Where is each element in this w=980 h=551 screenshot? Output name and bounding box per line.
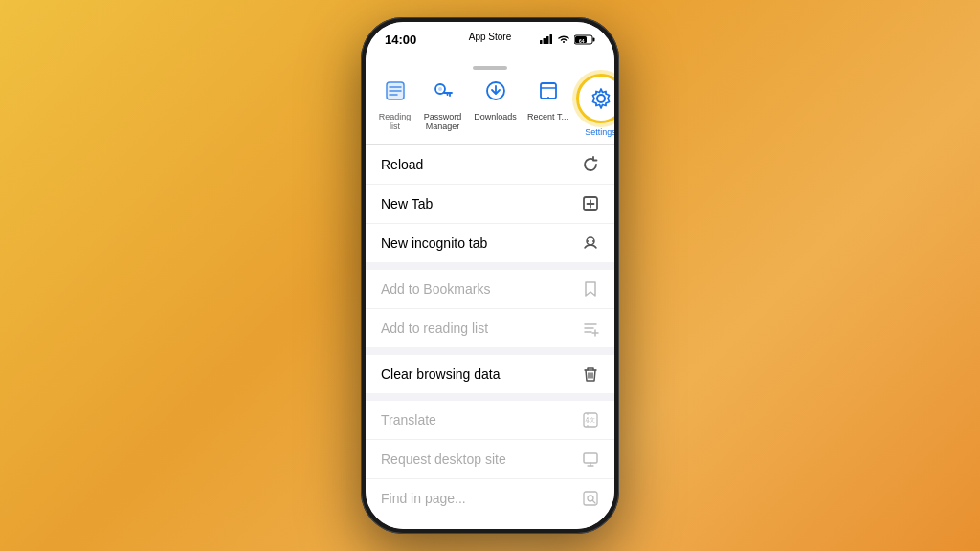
wifi-icon: [557, 34, 570, 44]
menu-list: Reload New Tab New incognito tab: [366, 145, 614, 529]
status-icons: 64: [540, 34, 595, 45]
svg-point-29: [592, 240, 594, 242]
new-tab-icon: [582, 195, 599, 212]
incognito-icon: [582, 234, 599, 252]
toolbar-label-settings: Settings: [585, 127, 614, 137]
reload-label: Reload: [381, 157, 423, 172]
toolbar-icon-downloads: [479, 74, 513, 108]
clear-browsing-data-label: Clear browsing data: [381, 366, 501, 382]
toolbar-item-settings[interactable]: Settings: [574, 70, 614, 141]
key-icon: [433, 80, 454, 101]
svg-rect-20: [541, 83, 556, 99]
desktop-icon: [582, 451, 599, 468]
trash-icon: [582, 365, 599, 383]
svg-rect-0: [540, 40, 543, 44]
bookmark-icon: [582, 280, 599, 298]
menu-item-find-in-page: Find in page...: [366, 479, 614, 518]
menu-section-4: Translate A 文 Request desktop site: [366, 401, 614, 529]
reading-list-icon: [385, 80, 406, 101]
phone-screen: 14:00 App Store 64: [366, 22, 614, 529]
divider-3: [366, 393, 614, 401]
toolbar-label-downloads: Downloads: [474, 112, 517, 121]
svg-line-47: [592, 500, 595, 503]
menu-item-new-tab[interactable]: New Tab: [366, 185, 614, 224]
download-icon: [485, 80, 506, 101]
find-in-page-label: Find in page...: [381, 491, 466, 506]
phone-frame: 14:00 App Store 64: [361, 17, 619, 534]
menu-item-add-bookmarks: Add to Bookmarks: [366, 270, 614, 309]
toolbar-label-recent-tabs: Recent T...: [527, 112, 568, 121]
signal-icon: [540, 34, 553, 44]
tablet-icon: [538, 80, 559, 101]
settings-circle: [576, 74, 615, 123]
svg-rect-1: [544, 38, 546, 44]
svg-point-14: [438, 87, 442, 91]
battery-icon: 64: [574, 34, 595, 45]
divider-1: [366, 262, 614, 270]
menu-section-2: Add to Bookmarks Add to reading list: [366, 270, 614, 347]
add-reading-list-label: Add to reading list: [381, 320, 488, 336]
menu-section-3: Clear browsing data: [366, 355, 614, 393]
toolbar-scroll: Reading list Password Manager: [366, 70, 614, 141]
menu-item-request-desktop: Request desktop site: [366, 440, 614, 479]
translate-label: Translate: [381, 412, 436, 428]
svg-point-28: [587, 240, 589, 242]
menu-item-clear-browsing-data[interactable]: Clear browsing data: [366, 355, 614, 393]
app-store-label: App Store: [469, 32, 511, 42]
find-icon: [582, 490, 599, 507]
toolbar-item-downloads[interactable]: Downloads: [469, 70, 522, 125]
status-bar: 14:00 App Store 64: [366, 22, 614, 53]
gear-icon: [589, 86, 613, 111]
translate-icon: A 文: [582, 411, 599, 429]
svg-rect-3: [550, 34, 553, 44]
toolbar-label-reading-list: Reading list: [379, 112, 412, 131]
svg-rect-42: [584, 453, 597, 463]
svg-text:A: A: [586, 417, 590, 423]
reading-list-add-icon: [582, 320, 599, 337]
toolbar-icon-recent-tabs: [531, 74, 566, 108]
toolbar-icon-reading-list: [378, 74, 412, 108]
toolbar-item-reading-list[interactable]: Reading list: [373, 70, 416, 135]
new-incognito-tab-label: New incognito tab: [381, 235, 487, 251]
svg-rect-2: [546, 36, 549, 44]
svg-point-22: [547, 97, 549, 99]
svg-point-23: [597, 95, 605, 102]
divider-2: [366, 347, 614, 355]
menu-item-new-incognito-tab[interactable]: New incognito tab: [366, 224, 614, 262]
menu-item-add-reading-list: Add to reading list: [366, 309, 614, 347]
menu-item-translate: Translate A 文: [366, 401, 614, 440]
toolbar-icon-password-manager: [426, 74, 460, 108]
menu-item-reload[interactable]: Reload: [366, 145, 614, 185]
request-desktop-label: Request desktop site: [381, 452, 506, 467]
toolbar-item-recent-tabs[interactable]: Recent T...: [522, 70, 574, 125]
status-time: 14:00: [385, 33, 416, 47]
toolbar-label-password-manager: Password Manager: [422, 112, 463, 131]
toolbar-area: Reading list Password Manager: [366, 53, 614, 145]
svg-rect-5: [593, 37, 595, 41]
menu-item-zoom-text: Zoom text...: [366, 518, 614, 529]
add-bookmarks-label: Add to Bookmarks: [381, 281, 490, 297]
svg-text:64: 64: [579, 37, 585, 43]
menu-section-1: Reload New Tab New incognito tab: [366, 145, 614, 262]
reload-icon: [582, 156, 599, 173]
svg-text:文: 文: [590, 416, 595, 423]
toolbar-item-password-manager[interactable]: Password Manager: [416, 70, 469, 135]
new-tab-label: New Tab: [381, 196, 433, 211]
